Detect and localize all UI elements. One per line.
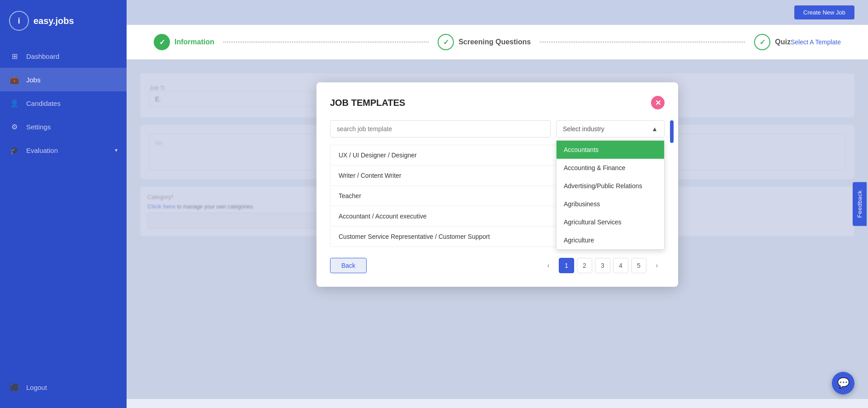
search-select-row: Select industry ▲ Accountants Accounting… bbox=[330, 120, 665, 138]
main-content: Create New Job ✓ Information ✓ Screening… bbox=[127, 0, 868, 408]
step-label-information: Information bbox=[175, 38, 214, 46]
step-screening: ✓ Screening Questions bbox=[438, 34, 531, 50]
page-3-button[interactable]: 3 bbox=[595, 258, 610, 273]
chat-icon: 💬 bbox=[837, 377, 849, 389]
sidebar-item-dashboard[interactable]: ⊞ Dashboard bbox=[0, 44, 127, 68]
step-circle-quiz: ✓ bbox=[754, 34, 770, 50]
sidebar-label-evaluation: Evaluation bbox=[26, 147, 58, 154]
step-divider-2 bbox=[540, 42, 745, 43]
page-4-button[interactable]: 4 bbox=[613, 258, 628, 273]
industry-select-wrapper: Select industry ▲ Accountants Accounting… bbox=[556, 120, 665, 138]
sidebar: i easy.jobs ⊞ Dashboard 💼 Jobs 👤 Candida… bbox=[0, 0, 127, 408]
sidebar-label-jobs: Jobs bbox=[26, 76, 41, 84]
sidebar-label-dashboard: Dashboard bbox=[26, 52, 59, 60]
pagination: ‹ 1 2 3 4 5 › bbox=[541, 258, 665, 273]
step-quiz: ✓ Quiz bbox=[754, 34, 791, 50]
back-button[interactable]: Back bbox=[330, 258, 367, 273]
sidebar-label-settings: Settings bbox=[26, 123, 51, 131]
step-divider-1 bbox=[223, 42, 429, 43]
step-information: ✓ Information bbox=[154, 34, 214, 50]
step-label-screening: Screening Questions bbox=[458, 38, 531, 46]
create-job-button[interactable]: Create New Job bbox=[794, 5, 854, 19]
next-page-button[interactable]: › bbox=[649, 258, 665, 273]
modal-close-button[interactable]: ✕ bbox=[651, 96, 665, 109]
prev-page-button[interactable]: ‹ bbox=[541, 258, 556, 273]
industry-option-0[interactable]: Accountants bbox=[557, 141, 664, 159]
app-logo: i easy.jobs bbox=[0, 0, 127, 44]
sidebar-item-candidates[interactable]: 👤 Candidates bbox=[0, 91, 127, 115]
industry-option-5[interactable]: Agriculture bbox=[557, 231, 664, 249]
job-templates-modal: JOB TEMPLATES ✕ Select industry ▲ Accoun… bbox=[316, 82, 678, 287]
top-bar: Create New Job bbox=[127, 0, 868, 25]
logo-icon: i bbox=[9, 11, 29, 31]
dashboard-icon: ⊞ bbox=[9, 51, 20, 62]
jobs-icon: 💼 bbox=[9, 74, 20, 85]
page-2-button[interactable]: 2 bbox=[577, 258, 592, 273]
step-circle-screening: ✓ bbox=[438, 34, 454, 50]
step-circle-information: ✓ bbox=[154, 34, 170, 50]
modal-header: JOB TEMPLATES ✕ bbox=[330, 96, 665, 109]
industry-dropdown-list: Accountants Accounting & Finance Adverti… bbox=[556, 140, 665, 250]
search-input[interactable] bbox=[330, 120, 551, 138]
sidebar-item-jobs[interactable]: 💼 Jobs bbox=[0, 68, 127, 91]
page-5-button[interactable]: 5 bbox=[631, 258, 646, 273]
page-content: Job Ti Tips: T Jo Wr Category* bbox=[127, 60, 868, 399]
chat-button[interactable]: 💬 bbox=[832, 372, 854, 394]
modal-footer: Back ‹ 1 2 3 4 5 › bbox=[330, 258, 665, 273]
steps-bar: ✓ Information ✓ Screening Questions ✓ Qu… bbox=[127, 25, 868, 60]
step-label-quiz: Quiz bbox=[775, 38, 791, 46]
logout-icon: ⬛ bbox=[9, 382, 20, 393]
feedback-tab[interactable]: Feedback bbox=[853, 182, 867, 226]
modal-scrollbar-track bbox=[670, 120, 674, 138]
sidebar-label-candidates: Candidates bbox=[26, 100, 61, 107]
sidebar-label-logout: Logout bbox=[26, 384, 47, 391]
sidebar-item-settings[interactable]: ⚙ Settings bbox=[0, 115, 127, 138]
industry-select-label: Select industry bbox=[563, 125, 604, 133]
settings-icon: ⚙ bbox=[9, 121, 20, 132]
industry-option-4[interactable]: Agricultural Services bbox=[557, 213, 664, 231]
industry-option-1[interactable]: Accounting & Finance bbox=[557, 159, 664, 177]
modal-title: JOB TEMPLATES bbox=[330, 98, 405, 108]
candidates-icon: 👤 bbox=[9, 98, 20, 109]
sidebar-item-evaluation[interactable]: 🎓 Evaluation ▾ bbox=[0, 138, 127, 162]
app-name: easy.jobs bbox=[33, 16, 74, 26]
industry-option-3[interactable]: Agribusiness bbox=[557, 195, 664, 213]
sidebar-item-logout[interactable]: ⬛ Logout bbox=[0, 375, 127, 399]
evaluation-icon: 🎓 bbox=[9, 145, 20, 156]
chevron-up-icon: ▲ bbox=[651, 125, 658, 133]
modal-scrollbar-thumb bbox=[670, 120, 674, 143]
industry-select-trigger[interactable]: Select industry ▲ bbox=[556, 120, 665, 138]
select-template-link[interactable]: Select A Template bbox=[791, 38, 841, 46]
page-1-button[interactable]: 1 bbox=[559, 258, 574, 273]
industry-option-2[interactable]: Advertising/Public Relations bbox=[557, 177, 664, 195]
